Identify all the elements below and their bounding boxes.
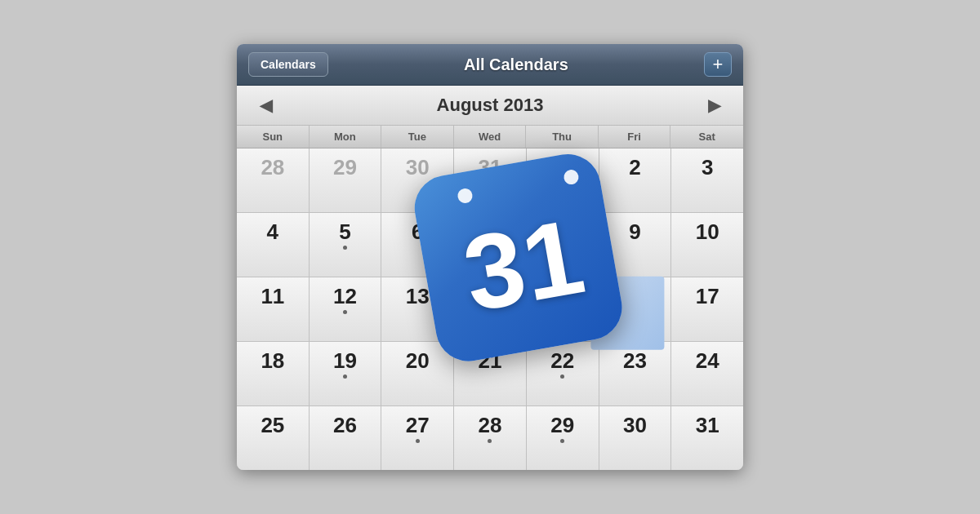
calendar-day-number: 28 bbox=[479, 414, 502, 436]
table-row[interactable]: 27 bbox=[381, 406, 453, 470]
calendar-day-number: 26 bbox=[333, 414, 357, 436]
calendar-day-number: 29 bbox=[333, 157, 357, 178]
table-row[interactable]: 13 bbox=[381, 277, 453, 341]
table-row[interactable]: 28 bbox=[237, 148, 309, 212]
table-row[interactable]: 8 bbox=[527, 213, 599, 277]
month-header: ◀ August 2013 ▶ bbox=[237, 86, 743, 126]
calendar-day-number: 16 bbox=[623, 286, 647, 307]
table-row[interactable]: 17 bbox=[671, 277, 743, 341]
table-row[interactable]: 12 bbox=[310, 277, 381, 341]
table-row[interactable]: 14 bbox=[454, 277, 526, 341]
table-row[interactable]: 23 bbox=[599, 342, 671, 405]
calendar-day-number: 11 bbox=[261, 286, 284, 307]
day-header-fri: Fri bbox=[599, 126, 671, 148]
calendar-day-number: 6 bbox=[412, 221, 423, 242]
calendar-day-number: 8 bbox=[556, 221, 568, 242]
calendar-day-number: 17 bbox=[696, 286, 719, 307]
table-row[interactable]: 20 bbox=[381, 342, 453, 405]
table-row[interactable]: 29 bbox=[527, 406, 599, 470]
event-dot bbox=[488, 439, 492, 443]
calendar-day-number: 27 bbox=[406, 414, 430, 436]
next-month-button[interactable]: ▶ bbox=[702, 94, 727, 117]
calendar-day-number: 3 bbox=[702, 157, 713, 178]
calendar-day-number: 20 bbox=[406, 350, 430, 371]
calendar-day-number: 31 bbox=[479, 157, 502, 178]
table-row[interactable]: 31 bbox=[454, 148, 526, 212]
table-row[interactable]: 26 bbox=[310, 406, 381, 470]
day-header-wed: Wed bbox=[454, 126, 527, 148]
day-header-mon: Mon bbox=[310, 126, 382, 148]
calendar-day-number: 5 bbox=[339, 221, 350, 242]
calendar-day-number: 15 bbox=[550, 286, 574, 307]
calendar-day-number: 24 bbox=[696, 350, 719, 371]
table-row[interactable]: 15 bbox=[527, 277, 599, 341]
calendar-day-number: 29 bbox=[550, 414, 574, 436]
table-row[interactable]: 1 bbox=[527, 148, 599, 212]
event-dot bbox=[343, 374, 347, 379]
table-row[interactable]: 6 bbox=[381, 213, 453, 277]
calendar-day-number: 25 bbox=[261, 414, 284, 436]
table-row[interactable]: 16 bbox=[599, 277, 671, 341]
event-dot bbox=[343, 310, 347, 314]
table-row[interactable]: 22 bbox=[527, 342, 599, 405]
table-row[interactable]: 10 bbox=[671, 213, 743, 277]
calendar-day-number: 14 bbox=[479, 286, 502, 307]
table-row[interactable]: 4 bbox=[237, 213, 309, 277]
table-row[interactable]: 28 bbox=[454, 406, 526, 470]
calendar-day-number: 13 bbox=[406, 286, 430, 307]
calendar-day-number: 4 bbox=[267, 221, 278, 242]
calendar-day-number: 2 bbox=[629, 157, 640, 178]
table-row[interactable]: 24 bbox=[671, 342, 743, 405]
month-title: August 2013 bbox=[437, 95, 544, 116]
calendar-day-number: 18 bbox=[261, 350, 284, 371]
day-header-sat: Sat bbox=[670, 126, 743, 148]
table-row[interactable]: 29 bbox=[310, 148, 381, 212]
nav-title: All Calendars bbox=[464, 55, 568, 74]
event-dot bbox=[560, 374, 564, 379]
calendar-day-number: 28 bbox=[261, 157, 284, 178]
event-dot bbox=[560, 439, 564, 443]
calendar-day-number: 23 bbox=[623, 350, 647, 371]
prev-month-button[interactable]: ◀ bbox=[253, 94, 278, 117]
nav-bar: Calendars All Calendars + bbox=[237, 44, 743, 86]
day-headers: SunMonTueWedThuFriSat bbox=[237, 126, 743, 148]
table-row[interactable]: 2 bbox=[599, 148, 671, 212]
event-dot bbox=[343, 246, 347, 250]
phone-frame: Calendars All Calendars + ◀ August 2013 … bbox=[237, 44, 743, 470]
calendar-day-number: 7 bbox=[484, 221, 496, 242]
table-row[interactable]: 25 bbox=[237, 406, 309, 470]
calendars-button[interactable]: Calendars bbox=[248, 52, 328, 77]
day-header-thu: Thu bbox=[526, 126, 599, 148]
event-dot bbox=[416, 439, 420, 443]
calendar-day-number: 31 bbox=[696, 414, 719, 436]
calendar-day-number: 12 bbox=[333, 286, 357, 307]
table-row[interactable]: 18 bbox=[237, 342, 309, 405]
calendar-day-number: 1 bbox=[556, 157, 568, 178]
table-row[interactable]: 5 bbox=[310, 213, 381, 277]
calendar-day-number: 30 bbox=[406, 157, 430, 178]
add-event-button[interactable]: + bbox=[704, 52, 732, 77]
day-header-tue: Tue bbox=[381, 126, 454, 148]
table-row[interactable]: 9 bbox=[599, 213, 671, 277]
calendar-day-number: 21 bbox=[479, 350, 502, 371]
table-row[interactable]: 7 bbox=[454, 213, 526, 277]
calendar-day-number: 19 bbox=[333, 350, 357, 371]
table-row[interactable]: 30 bbox=[599, 406, 671, 470]
table-row[interactable]: 21 bbox=[454, 342, 526, 405]
table-row[interactable]: 19 bbox=[310, 342, 381, 405]
calendar-grid: 2829303112345678910111213141516171819202… bbox=[237, 148, 743, 470]
calendar-day-number: 10 bbox=[696, 221, 719, 242]
day-header-sun: Sun bbox=[237, 126, 310, 148]
calendar-day-number: 22 bbox=[550, 350, 574, 371]
table-row[interactable]: 30 bbox=[381, 148, 453, 212]
calendar-day-number: 9 bbox=[629, 221, 640, 242]
calendar-day-number: 30 bbox=[623, 414, 647, 436]
table-row[interactable]: 31 bbox=[671, 406, 743, 470]
table-row[interactable]: 3 bbox=[671, 148, 743, 212]
table-row[interactable]: 11 bbox=[237, 277, 309, 341]
